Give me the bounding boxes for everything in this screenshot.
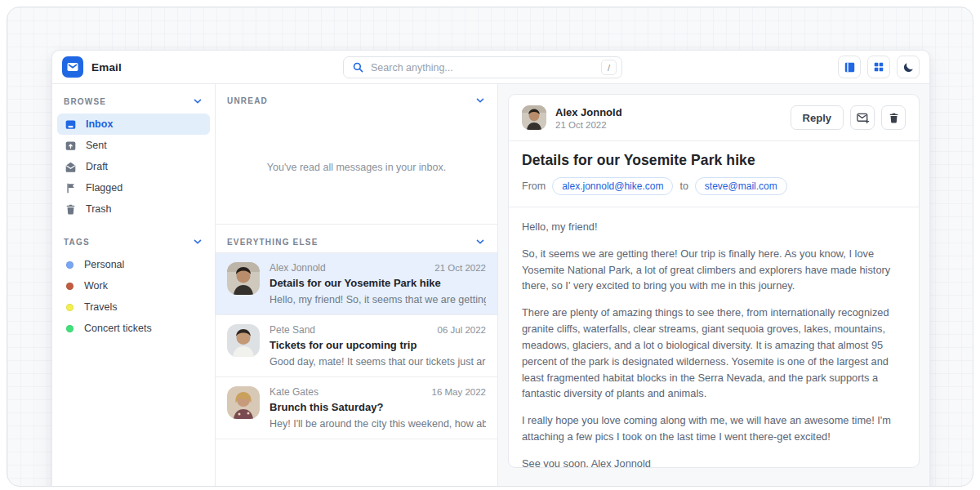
tag-color-dot	[66, 261, 74, 269]
sidebar: BROWSE Inbox Sent	[52, 84, 216, 487]
apps-grid-icon	[873, 61, 884, 73]
detail-actions: Reply	[791, 105, 906, 130]
detail-header: Alex Jonnold 21 Oct 2022 Reply	[509, 95, 919, 140]
unread-section-header: UNREAD	[216, 84, 497, 111]
envelope-plus-icon	[856, 111, 870, 125]
search-input[interactable]	[371, 62, 601, 74]
inbox-icon	[65, 118, 77, 131]
sidebar-item-draft[interactable]: Draft	[57, 156, 210, 177]
everything-else-collapse-chevron-icon[interactable]	[474, 236, 486, 247]
detail-from-row: From alex.jonnold@hike.com to steve@mail…	[522, 177, 906, 195]
tag-label: Travels	[84, 301, 118, 313]
flag-icon	[65, 182, 77, 194]
topbar-actions	[838, 56, 920, 78]
detail-sender-name: Alex Jonnold	[555, 106, 622, 118]
search-icon	[352, 61, 364, 74]
draft-icon	[65, 161, 77, 173]
sidebar-item-label: Inbox	[86, 118, 113, 130]
mail-list-item-kate[interactable]: Kate Gates 16 May 2022 Brunch this Satur…	[216, 377, 497, 439]
mail-list-pane: UNREAD You've read all messages in your …	[216, 84, 498, 487]
sidebar-item-label: Draft	[86, 161, 108, 172]
mail-item-subject: Brunch this Saturday?	[270, 401, 486, 413]
mail-list-item-alex[interactable]: Alex Jonnold 21 Oct 2022 Details for our…	[216, 252, 497, 315]
sidebar-item-flagged[interactable]: Flagged	[57, 177, 210, 198]
mail-detail-pane: Alex Jonnold 21 Oct 2022 Reply	[498, 84, 929, 487]
browse-collapse-chevron-icon[interactable]	[192, 96, 203, 107]
mail-list-item-pete[interactable]: Pete Sand 06 Jul 2022 Tickets for our up…	[216, 315, 497, 377]
mail-item-date: 06 Jul 2022	[438, 325, 486, 335]
to-label: to	[679, 180, 688, 192]
book-button[interactable]	[838, 56, 861, 78]
sidebar-item-label: Sent	[86, 140, 107, 151]
dark-mode-moon-icon	[902, 61, 915, 74]
detail-subject: Details for our Yosemite Park hike	[522, 152, 906, 169]
everything-else-section-header: EVERYTHING ELSE	[216, 224, 497, 252]
search-shortcut-badge: /	[601, 60, 617, 75]
browse-label: BROWSE	[64, 97, 106, 106]
mail-item-sender: Alex Jonnold	[270, 262, 326, 274]
email-logo	[62, 56, 83, 78]
avatar	[227, 324, 260, 357]
unread-label: UNREAD	[227, 96, 268, 105]
sidebar-item-label: Flagged	[86, 182, 122, 194]
envelope-icon	[66, 60, 79, 74]
mail-item-sender: Pete Sand	[270, 324, 315, 336]
mail-item-body: Kate Gates 16 May 2022 Brunch this Satur…	[270, 386, 486, 430]
forward-email-button[interactable]	[850, 105, 875, 130]
tag-item-personal[interactable]: Personal	[57, 254, 210, 275]
to-email-chip[interactable]: steve@mail.com	[695, 177, 787, 195]
mail-item-snippet: Hello, my friend! So, it seems that we a…	[270, 294, 486, 305]
sidebar-item-inbox[interactable]: Inbox	[57, 114, 210, 135]
body-paragraph: I really hope you love coming along with…	[522, 412, 906, 445]
delete-email-button[interactable]	[881, 105, 906, 130]
avatar	[227, 386, 260, 419]
tag-label: Concert tickets	[84, 323, 152, 334]
tag-label: Work	[84, 280, 108, 292]
book-icon	[844, 61, 856, 74]
avatar	[227, 262, 260, 295]
from-email-chip[interactable]: alex.jonnold@hike.com	[552, 177, 673, 195]
everything-else-label: EVERYTHING ELSE	[227, 238, 318, 247]
mail-item-sender: Kate Gates	[270, 386, 318, 398]
mail-item-date: 16 May 2022	[432, 387, 487, 397]
unread-collapse-chevron-icon[interactable]	[474, 95, 486, 106]
body-paragraph: Hello, my friend!	[522, 219, 906, 235]
trash-icon	[888, 112, 900, 124]
tag-color-dot	[66, 325, 74, 332]
detail-subject-block: Details for our Yosemite Park hike From …	[509, 141, 919, 207]
sidebar-item-sent[interactable]: Sent	[57, 135, 210, 156]
tag-item-travels[interactable]: Travels	[57, 296, 210, 318]
mail-item-snippet: Good day, mate! It seems that our ticket…	[270, 356, 486, 368]
search-bar[interactable]: /	[343, 56, 622, 78]
body-paragraph: There are plenty of amazing things to se…	[522, 305, 906, 402]
mail-item-date: 21 Oct 2022	[434, 263, 486, 273]
detail-sender-block: Alex Jonnold 21 Oct 2022	[555, 106, 622, 130]
tags-label: TAGS	[64, 238, 90, 247]
tag-item-concert-tickets[interactable]: Concert tickets	[57, 318, 210, 339]
sent-icon	[65, 140, 77, 152]
sidebar-item-trash[interactable]: Trash	[57, 198, 210, 220]
main-area: BROWSE Inbox Sent	[52, 84, 929, 487]
mail-item-body: Alex Jonnold 21 Oct 2022 Details for our…	[270, 262, 486, 305]
reply-button[interactable]: Reply	[791, 105, 844, 130]
mail-item-body: Pete Sand 06 Jul 2022 Tickets for our up…	[270, 324, 486, 368]
tag-label: Personal	[84, 259, 124, 270]
tag-item-work[interactable]: Work	[57, 275, 210, 296]
avatar	[522, 105, 546, 130]
email-app-window: Email /	[51, 50, 930, 487]
tags-section-header: TAGS	[57, 234, 210, 254]
tags-collapse-chevron-icon[interactable]	[192, 236, 203, 247]
detail-date: 21 Oct 2022	[555, 120, 622, 130]
mail-item-snippet: Hey! I'll be around the city this weeken…	[270, 418, 486, 430]
page-frame: Email /	[7, 7, 973, 487]
from-label: From	[522, 180, 546, 192]
detail-body: Hello, my friend! So, it seems we are ge…	[509, 207, 919, 468]
mail-item-subject: Details for our Yosemite Park hike	[270, 277, 486, 289]
sidebar-item-label: Trash	[86, 203, 112, 215]
mail-item-subject: Tickets for our upcoming trip	[270, 339, 486, 351]
unread-empty-message: You've read all messages in your inbox.	[216, 111, 497, 224]
top-bar: Email /	[52, 51, 929, 84]
trash-icon	[65, 203, 77, 216]
apps-button[interactable]	[867, 56, 890, 78]
dark-mode-toggle[interactable]	[897, 56, 920, 78]
